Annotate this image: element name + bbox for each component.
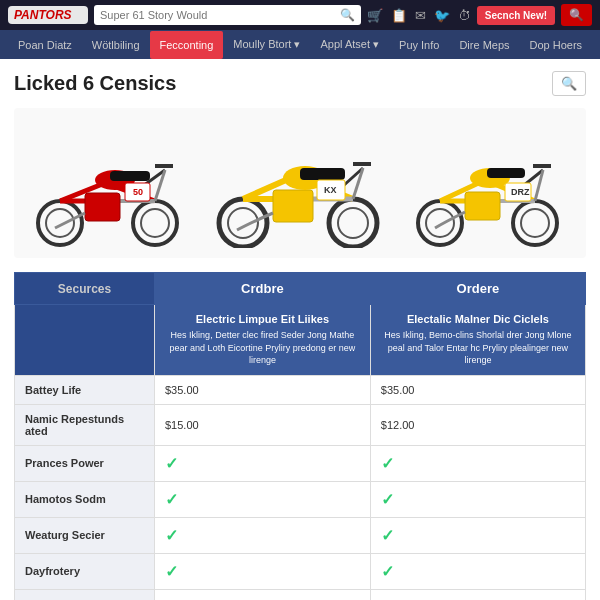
feature-value: ✓ [155, 481, 371, 517]
bike-svg-1: 50 [25, 128, 195, 248]
feature-value: ✓ [370, 553, 585, 589]
search-red-button[interactable]: 🔍 [561, 4, 592, 26]
feature-value: ✓ [370, 481, 585, 517]
page-content: Licked 6 Censics 🔍 [0, 59, 600, 600]
feature-label: Battey Life [15, 375, 155, 404]
svg-point-18 [329, 199, 377, 247]
nav-item-fec[interactable]: Fecconting [150, 31, 224, 59]
svg-rect-40 [465, 192, 500, 220]
bike-image-3: DRZ [405, 128, 575, 248]
svg-rect-24 [273, 190, 313, 222]
svg-text:DRZ: DRZ [511, 187, 530, 197]
svg-text:50: 50 [133, 187, 143, 197]
feature-value: $15.00 [155, 404, 371, 445]
feature-label: Dayfrotery [15, 553, 155, 589]
nav-item-poan[interactable]: Poan Diatz [8, 31, 82, 59]
svg-point-2 [133, 201, 177, 245]
check-icon: ✓ [165, 527, 178, 544]
cart-icon[interactable]: 🛒 [367, 8, 383, 23]
footer-cta-1: Stop Co Need [155, 589, 371, 600]
feature-label-spacer [15, 305, 155, 376]
svg-point-34 [513, 201, 557, 245]
feature-label: Prances Power [15, 445, 155, 481]
top-icons: 🛒 📋 ✉ 🐦 ⏱ [367, 8, 471, 23]
bike-svg-2: KX [205, 118, 395, 248]
feature-value: ✓ [370, 445, 585, 481]
check-icon: ✓ [381, 491, 394, 508]
check-icon: ✓ [381, 455, 394, 472]
footer-row: Heigher Plannt Suéect Right, Dowid Model… [15, 589, 586, 600]
feature-value: ✓ [155, 517, 371, 553]
svg-point-33 [426, 209, 454, 237]
product-1-header: Crdbre [155, 273, 371, 305]
feature-label: Namic Repestunds ated [15, 404, 155, 445]
product-2-subtitle: Electalic Malner Dic Ciclels Hes Ikling,… [370, 305, 585, 376]
feature-label: Hamotos Sodm [15, 481, 155, 517]
logo-text: PANTORS [14, 8, 72, 22]
search-new-button[interactable]: Secnch New! [477, 6, 555, 25]
top-bar: PANTORS 🔍 🛒 📋 ✉ 🐦 ⏱ Secnch New! 🔍 [0, 0, 600, 30]
product-subtitle-row: Electric Limpue Eit Liikes Hes Ikling, D… [15, 305, 586, 376]
nav-item-puy[interactable]: Puy Info [389, 31, 449, 59]
svg-rect-42 [487, 168, 525, 178]
search-bar[interactable]: 🔍 [94, 5, 361, 25]
feature-value: $12.00 [370, 404, 585, 445]
svg-point-0 [38, 201, 82, 245]
page-header: Licked 6 Censics 🔍 [14, 71, 586, 96]
product-2-header: Ordere [370, 273, 585, 305]
svg-point-16 [219, 199, 267, 247]
twitter-icon[interactable]: 🐦 [434, 8, 450, 23]
check-icon: ✓ [165, 563, 178, 580]
bike-svg-3: DRZ [405, 128, 575, 248]
svg-point-3 [141, 209, 169, 237]
feature-value: ✓ [370, 517, 585, 553]
search-input[interactable] [100, 9, 336, 21]
nav-item-dop[interactable]: Dop Hoers [520, 31, 593, 59]
securces-label: Securces [58, 282, 111, 296]
check-icon: ✓ [381, 527, 394, 544]
logo: PANTORS [8, 6, 88, 24]
page-search-button[interactable]: 🔍 [552, 71, 586, 96]
svg-text:KX: KX [324, 185, 337, 195]
check-icon: ✓ [381, 563, 394, 580]
list-icon[interactable]: 📋 [391, 8, 407, 23]
comparison-table: Securces Crdbre Ordere Electric Limpue E… [14, 272, 586, 600]
nav-item-appl[interactable]: Appl Atset ▾ [310, 30, 389, 59]
feature-value: $35.00 [370, 375, 585, 404]
bikes-section: 50 KX [14, 108, 586, 258]
check-icon: ✓ [165, 491, 178, 508]
check-icon: ✓ [165, 455, 178, 472]
footer-cta-2: Stop Co Need [370, 589, 585, 600]
feature-row: Prances Power✓✓ [15, 445, 586, 481]
clock-icon[interactable]: ⏱ [458, 8, 471, 23]
nav-item-dire[interactable]: Dire Meps [449, 31, 519, 59]
features-header: Securces [15, 273, 155, 305]
feature-row: Dayfrotery✓✓ [15, 553, 586, 589]
feature-row: Hamotos Sodm✓✓ [15, 481, 586, 517]
feature-label: Weaturg Secier [15, 517, 155, 553]
svg-point-1 [46, 209, 74, 237]
svg-point-32 [418, 201, 462, 245]
feature-value: ✓ [155, 445, 371, 481]
mail-icon[interactable]: ✉ [415, 8, 426, 23]
svg-rect-10 [110, 171, 150, 181]
product-1-subtitle: Electric Limpue Eit Liikes Hes Ikling, D… [155, 305, 371, 376]
svg-point-35 [521, 209, 549, 237]
footer-label-cell: Heigher Plannt Suéect Right, Dowid Model… [15, 589, 155, 600]
feature-row: Namic Repestunds ated$15.00$12.00 [15, 404, 586, 445]
product-header-row: Securces Crdbre Ordere [15, 273, 586, 305]
svg-rect-26 [300, 168, 345, 180]
feature-value: $35.00 [155, 375, 371, 404]
nav-bar: Poan Diatz Wötlbiling Fecconting Moully … [0, 30, 600, 59]
svg-point-19 [338, 208, 368, 238]
search-icon: 🔍 [340, 8, 355, 22]
page-title: Licked 6 Censics [14, 72, 176, 95]
bike-image-2: KX [205, 118, 395, 248]
feature-row: Battey Life$35.00$35.00 [15, 375, 586, 404]
svg-rect-8 [85, 193, 120, 221]
feature-value: ✓ [155, 553, 371, 589]
nav-item-moully[interactable]: Moully Btort ▾ [223, 30, 310, 59]
bike-image-1: 50 [25, 128, 195, 248]
nav-right: Dire Meps Dop Hoers [449, 31, 592, 59]
nav-item-wot[interactable]: Wötlbiling [82, 31, 150, 59]
